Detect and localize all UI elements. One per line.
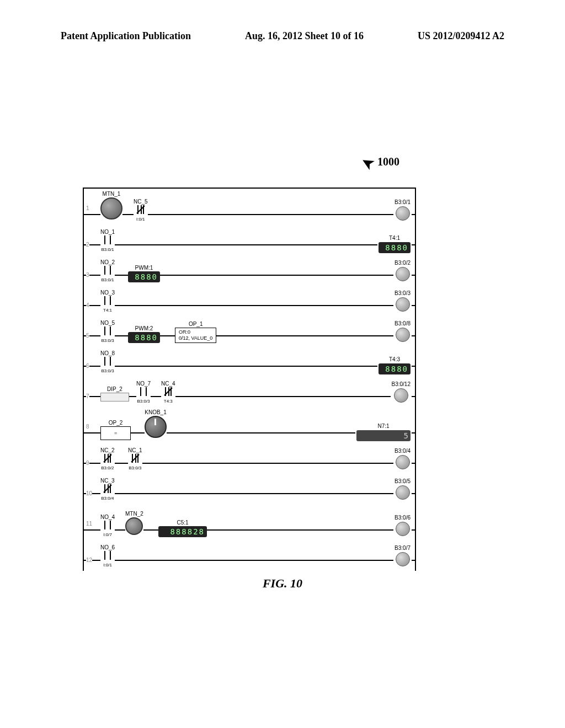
motion-button-icon[interactable] xyxy=(100,197,122,220)
element-label: DIP_2 xyxy=(100,386,129,392)
element-address: B3:0/1 xyxy=(100,247,115,252)
element-label: KNOB_1 xyxy=(145,409,167,415)
arrow-icon: ➤ xyxy=(358,153,377,174)
nc-contact-icon xyxy=(129,454,142,463)
element-address: I:0/1 xyxy=(134,217,148,222)
ladder-element: NO_3T4:1 xyxy=(100,290,115,313)
rung-rail xyxy=(84,396,415,397)
ladder-element: NC_2B3:0/2 xyxy=(100,447,115,470)
rung-output: B3:0/4 xyxy=(393,448,412,472)
ladder-element: NC_5I:0/1 xyxy=(134,199,148,222)
ladder-element: DIP_2 xyxy=(100,386,129,404)
ladder-rung: 11NO_4I:0/7MTN_2C5:1888828B3:0/6 xyxy=(84,504,415,540)
nc-contact-icon xyxy=(162,387,175,396)
rung-output: T4:38880 xyxy=(377,356,412,374)
rung-number: 5 xyxy=(86,333,89,339)
ladder-diagram: 1MTN_1NC_5I:0/1B3:0/12NO_1B3:0/1T4:18880… xyxy=(83,188,416,571)
ladder-rung: 5NO_5B3:0/3PWM:28880OP_1OR:00/12, VALUE_… xyxy=(84,316,415,346)
nc-contact-icon xyxy=(134,205,147,214)
header-left: Patent Application Publication xyxy=(61,30,191,42)
rung-number: 11 xyxy=(86,521,92,527)
ladder-element: NC_1B3:0/3 xyxy=(128,447,142,470)
element-label: PWM:2 xyxy=(128,325,160,331)
coil-icon xyxy=(396,297,410,312)
element-label: NO_3 xyxy=(100,290,115,296)
ladder-rung: 1MTN_1NC_5I:0/1B3:0/1 xyxy=(84,189,415,225)
element-address: B3:0/1 xyxy=(100,277,115,282)
rung-output: B3:0/8 xyxy=(393,320,412,344)
no-contact-icon xyxy=(101,296,114,305)
element-label: NO_5 xyxy=(100,320,115,326)
element-label: NC_4 xyxy=(161,381,175,387)
digit-display: 888828 xyxy=(158,526,207,537)
compare-box: = xyxy=(100,426,131,440)
element-address: I:0/1 xyxy=(100,563,115,568)
ladder-element: PWM:18880 xyxy=(128,265,160,282)
output-label: B3:0/8 xyxy=(395,320,411,326)
ladder-rung: 6NO_8B3:0/3T4:38880 xyxy=(84,346,415,377)
element-label: OP_2 xyxy=(100,420,131,426)
ladder-rung: 3NO_2B3:0/1PWM:18880B3:0/2 xyxy=(84,255,415,286)
element-label: NO_4 xyxy=(100,514,115,520)
element-label: NC_1 xyxy=(128,447,142,453)
output-label: B3:0/12 xyxy=(392,381,411,387)
ladder-element: C5:1888828 xyxy=(158,520,207,537)
ladder-element: NO_4I:0/7 xyxy=(100,514,115,537)
coil-icon xyxy=(394,388,408,403)
rung-output: B3:0/1 xyxy=(393,199,412,223)
ladder-element: OP_1OR:00/12, VALUE_0 xyxy=(175,321,216,343)
ladder-element: NC_4T4:3 xyxy=(161,381,175,404)
element-label: OP_1 xyxy=(175,321,216,327)
no-contact-icon xyxy=(101,266,114,275)
coil-icon xyxy=(396,522,410,536)
ladder-element: NO_1B3:0/1 xyxy=(100,229,115,252)
rung-output: B3:0/5 xyxy=(393,478,412,502)
motion-button-icon[interactable] xyxy=(125,517,143,535)
element-label: MTN_1 xyxy=(100,191,122,197)
element-label: NO_2 xyxy=(100,259,115,265)
dip-switch-icon[interactable] xyxy=(100,393,129,402)
element-label: NC_3 xyxy=(100,478,115,484)
digit-display: 8880 xyxy=(379,363,411,374)
output-label: B3:0/3 xyxy=(395,290,411,296)
coil-icon xyxy=(396,552,410,566)
element-address: B3:0/3 xyxy=(136,399,151,404)
rung-output: B3:0/3 xyxy=(393,290,412,314)
output-label: B3:0/4 xyxy=(395,448,411,454)
nc-contact-icon xyxy=(101,454,114,463)
ladder-rung: 12NO_6I:0/1B3:0/7 xyxy=(84,540,415,571)
ladder-element: MTN_1 xyxy=(100,191,122,222)
element-label: NO_8 xyxy=(100,350,115,356)
element-label: MTN_2 xyxy=(125,511,143,517)
ladder-element: NC_3B3:0/4 xyxy=(100,478,115,501)
figure-ref-number: 1000 xyxy=(377,156,399,168)
ladder-element: NO_7B3:0/3 xyxy=(136,381,151,404)
ladder-rung: 9NC_2B3:0/2NC_1B3:0/3B3:0/4 xyxy=(84,443,415,474)
knob-icon[interactable] xyxy=(145,416,167,438)
no-contact-icon xyxy=(101,235,114,244)
element-label: NC_2 xyxy=(100,447,115,453)
rung-number: 10 xyxy=(86,490,92,496)
rung-output: B3:0/6 xyxy=(393,515,412,538)
ladder-rung: 7DIP_2NO_7B3:0/3NC_4T4:3B3:0/12 xyxy=(84,377,415,407)
element-address: B3:0/3 xyxy=(100,338,115,343)
coil-icon xyxy=(396,485,410,500)
ladder-element: PWM:28880 xyxy=(128,325,160,343)
ladder-element: NO_5B3:0/3 xyxy=(100,320,115,343)
element-label: NO_6 xyxy=(100,544,115,550)
ladder-element: NO_6I:0/1 xyxy=(100,544,115,568)
rung-output: N7:15 xyxy=(355,423,412,441)
element-label: PWM:1 xyxy=(128,265,160,271)
rung-number: 12 xyxy=(86,557,92,563)
output-label: N7:1 xyxy=(356,423,411,429)
no-contact-icon xyxy=(101,326,114,335)
figure-reference: ➤ 1000 xyxy=(361,154,399,172)
digit-display: 8880 xyxy=(379,242,411,253)
operation-box: OR:00/12, VALUE_0 xyxy=(175,328,216,343)
rung-number: 4 xyxy=(86,302,89,308)
output-label: B3:0/1 xyxy=(395,199,411,205)
output-label: B3:0/6 xyxy=(395,515,411,521)
header-right: US 2012/0209412 A2 xyxy=(418,30,504,42)
rung-rail xyxy=(84,493,415,494)
output-label: B3:0/7 xyxy=(395,545,411,551)
